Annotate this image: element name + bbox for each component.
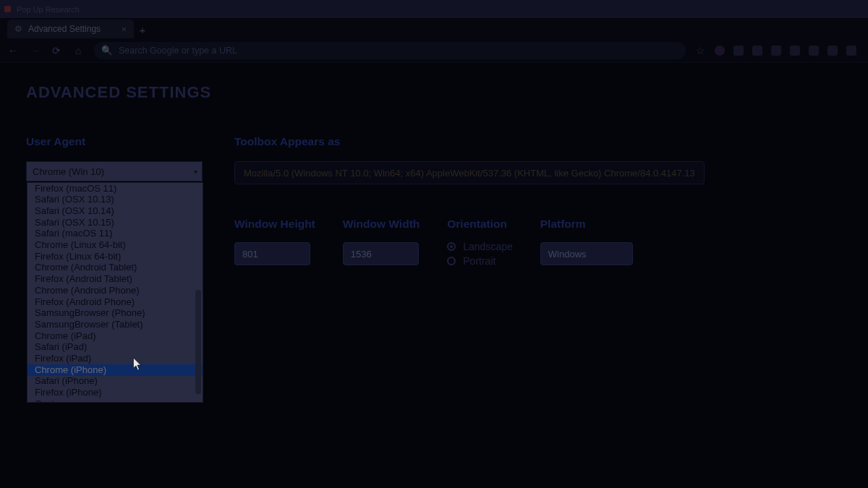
label-toolbox: Toolbox Appears as <box>234 135 842 148</box>
browser-tab-active[interactable]: ⚙ Advanced Settings × <box>7 20 134 38</box>
user-agent-option[interactable]: Safari (iPhone) <box>27 376 203 388</box>
user-agent-option[interactable]: Firefox (Linux 64-bit) <box>27 251 203 262</box>
user-agent-selected-value: Chrome (Win 10) <box>33 166 104 177</box>
extension-icon-7[interactable] <box>827 46 838 56</box>
extension-icon-1[interactable] <box>715 46 725 56</box>
user-agent-option[interactable]: SamsungBrowser (Phone) <box>27 308 203 320</box>
reload-icon[interactable]: ⟳ <box>51 45 62 56</box>
label-user-agent: User Agent <box>26 135 207 148</box>
user-agent-option[interactable]: Firefox (Android Phone) <box>27 296 203 308</box>
orientation-landscape[interactable]: Landscape <box>447 241 513 252</box>
user-agent-dropdown: Firefox (macOS 11)Safari (OSX 10.13)Safa… <box>27 182 203 403</box>
home-icon[interactable]: ⌂ <box>72 45 84 56</box>
radio-icon <box>447 257 456 265</box>
user-agent-option[interactable]: Chrome (iPhone) <box>27 364 203 376</box>
extension-icon-6[interactable] <box>809 46 819 56</box>
user-agent-option[interactable]: Safari (iPad) <box>27 342 203 354</box>
window-width-input[interactable]: 1536 <box>343 242 419 265</box>
user-agent-option[interactable]: Chrome (iPad) <box>27 330 203 342</box>
toolbox-value: Mozilla/5.0 (Windows NT 10.0; Win64; x64… <box>244 168 695 179</box>
back-icon[interactable]: ← <box>7 45 19 56</box>
window-height-value: 801 <box>242 249 258 260</box>
omnibox-placeholder: Search Google or type a URL <box>119 46 237 56</box>
user-agent-option[interactable]: Chrome (Linux 64-bit) <box>27 240 203 252</box>
user-agent-option[interactable]: Safari (OSX 10.13) <box>27 194 203 206</box>
new-tab-button[interactable]: + <box>134 21 151 38</box>
os-title-text: Pop Up Research <box>17 5 80 14</box>
extension-icons: ☆ <box>696 46 861 56</box>
search-icon: 🔍 <box>101 45 113 56</box>
chevron-down-icon: ▾ <box>194 168 197 176</box>
user-agent-option[interactable]: Firefox (iPad) <box>27 354 203 365</box>
tab-close-icon[interactable]: × <box>121 24 127 35</box>
window-width-value: 1536 <box>351 249 372 260</box>
user-agent-option[interactable]: Safari (OSX 10.15) <box>27 217 203 228</box>
extension-icon-3[interactable] <box>752 46 762 56</box>
browser-tab-strip: ⚙ Advanced Settings × + <box>0 18 868 38</box>
label-platform: Platform <box>540 218 633 231</box>
extension-icon-4[interactable] <box>771 46 781 56</box>
os-titlebar: Pop Up Research <box>0 0 868 18</box>
radio-icon <box>447 242 456 251</box>
bookmark-star-icon[interactable]: ☆ <box>696 46 706 56</box>
window-height-input[interactable]: 801 <box>234 242 310 265</box>
page-content: ADVANCED SETTINGS User Agent Chrome (Win… <box>0 63 868 488</box>
label-window-width: Window Width <box>343 218 420 231</box>
label-orientation: Orientation <box>447 218 513 231</box>
page-title: ADVANCED SETTINGS <box>26 83 842 102</box>
user-agent-option[interactable]: Chrome (Android Tablet) <box>27 262 203 274</box>
orientation-portrait-label: Portrait <box>463 255 495 267</box>
user-agent-option[interactable]: Firefox (iPhone) <box>27 388 203 399</box>
user-agent-option[interactable]: Custom... <box>27 398 203 403</box>
orientation-portrait[interactable]: Portrait <box>447 255 513 267</box>
os-close-button[interactable] <box>4 6 11 12</box>
extension-icon-2[interactable] <box>733 46 744 56</box>
extension-icon-5[interactable] <box>790 46 800 56</box>
platform-input[interactable]: Windows <box>540 242 633 265</box>
tab-title: Advanced Settings <box>28 24 101 34</box>
user-agent-select[interactable]: Chrome (Win 10) ▾ Firefox (macOS 11)Safa… <box>26 161 203 181</box>
forward-icon[interactable]: → <box>29 45 41 56</box>
dropdown-scrollbar[interactable] <box>195 290 201 394</box>
toolbox-output: Mozilla/5.0 (Windows NT 10.0; Win64; x64… <box>234 161 705 184</box>
extension-icon-8[interactable] <box>846 46 856 56</box>
user-agent-option[interactable]: Chrome (Android Phone) <box>27 285 203 296</box>
platform-value: Windows <box>548 249 587 260</box>
user-agent-option[interactable]: Safari (OSX 10.14) <box>27 205 203 217</box>
gear-icon: ⚙ <box>14 24 22 34</box>
user-agent-option[interactable]: SamsungBrowser (Tablet) <box>27 319 203 330</box>
orientation-landscape-label: Landscape <box>463 241 513 252</box>
browser-toolbar: ← → ⟳ ⌂ 🔍 Search Google or type a URL ☆ <box>0 38 868 63</box>
omnibox[interactable]: 🔍 Search Google or type a URL <box>94 42 686 59</box>
user-agent-option[interactable]: Firefox (macOS 11) <box>27 183 203 194</box>
label-window-height: Window Height <box>234 218 315 231</box>
user-agent-option[interactable]: Firefox (Android Tablet) <box>27 274 203 286</box>
user-agent-option[interactable]: Safari (macOS 11) <box>27 228 203 240</box>
